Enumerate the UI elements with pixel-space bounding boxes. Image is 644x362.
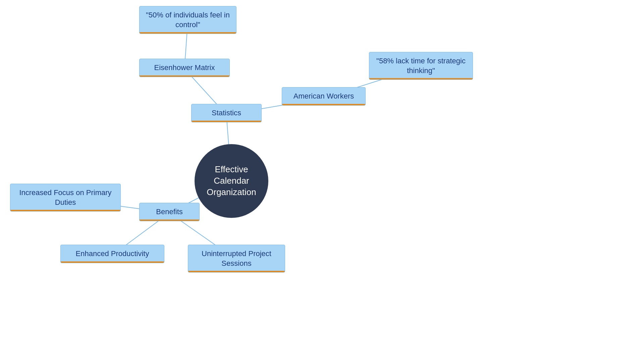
statistics-label: Statistics <box>212 109 241 117</box>
statistics-node: Statistics <box>191 104 262 122</box>
fifty-eight-percent-label: "58% lack time for strategic thinking" <box>376 57 466 75</box>
increased-focus-node: Increased Focus on Primary Duties <box>10 184 121 212</box>
enhanced-productivity-node: Enhanced Productivity <box>60 245 164 263</box>
benefits-node: Benefits <box>139 203 200 221</box>
center-node-label: Effective Calendar Organization <box>195 161 268 201</box>
american-workers-node: American Workers <box>282 87 366 106</box>
fifty-eight-percent-node: "58% lack time for strategic thinking" <box>369 52 473 80</box>
american-workers-label: American Workers <box>293 92 354 100</box>
fifty-percent-label: "50% of individuals feel in control" <box>146 11 230 29</box>
eisenhower-node: Eisenhower Matrix <box>139 59 230 77</box>
eisenhower-label: Eisenhower Matrix <box>154 63 215 72</box>
center-node: Effective Calendar Organization <box>195 144 268 218</box>
benefits-label: Benefits <box>156 207 183 216</box>
uninterrupted-sessions-label: Uninterrupted Project Sessions <box>202 249 271 267</box>
increased-focus-label: Increased Focus on Primary Duties <box>19 188 111 206</box>
enhanced-productivity-label: Enhanced Productivity <box>76 249 149 258</box>
uninterrupted-sessions-node: Uninterrupted Project Sessions <box>188 245 285 273</box>
fifty-percent-node: "50% of individuals feel in control" <box>139 6 236 34</box>
